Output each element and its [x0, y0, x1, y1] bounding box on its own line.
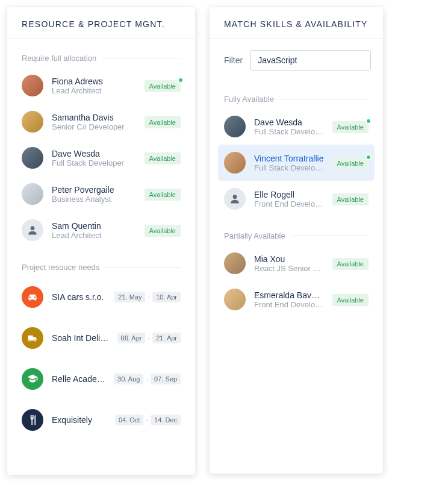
project-row[interactable]: Exquisitely 04. Oct - 14. Dec [22, 399, 181, 440]
status-badge: Available [145, 225, 181, 237]
person-row[interactable]: Sam Quentin Lead Architect Available [22, 212, 181, 248]
status-badge-wrap: Available [145, 189, 181, 199]
date-separator: - [148, 293, 150, 301]
status-badge-wrap: Available [145, 152, 181, 163]
person-role: Senior C# Developer [52, 122, 136, 131]
status-dot-icon [366, 154, 372, 160]
filter-row: Filter [210, 39, 383, 80]
avatar [224, 116, 246, 137]
avatar [224, 152, 246, 174]
person-row[interactable]: Peter Povergaile Business Analyst Availa… [22, 176, 181, 212]
panel-header: MATCH SKILLS & AVAILABILITY [210, 7, 383, 39]
person-name: Fiona Adrews [52, 77, 136, 86]
section-label-partial: Partially Available [224, 231, 369, 240]
section-label-allocation: Require full allocation [22, 54, 181, 63]
person-row[interactable]: Dave Wesda Full Stack Developer Availabl… [22, 140, 181, 176]
person-row[interactable]: Fiona Adrews Lead Architect Available [22, 67, 181, 104]
status-badge-wrap: Available [145, 80, 181, 91]
person-row[interactable]: Mia Xou React JS Senior Devel... Availab… [224, 245, 369, 281]
person-info: Fiona Adrews Lead Architect [52, 77, 136, 95]
status-badge: Available [145, 116, 181, 128]
status-badge: Available [332, 121, 369, 133]
status-badge: Available [332, 157, 369, 169]
date-end: 07. Sep [151, 374, 181, 384]
person-role: Front End Developer [254, 199, 324, 208]
person-name: Sam Quentin [52, 221, 136, 231]
avatar [22, 147, 43, 169]
avatar [224, 252, 246, 274]
panel-header: RESOURCE & PROJECT MGNT. [7, 7, 195, 39]
person-name: Dave Wesda [52, 149, 136, 158]
date-end: 14. Dec [151, 415, 181, 425]
full-available-list: Dave Wesda Full Stack Developer Availabl… [210, 108, 383, 217]
car-icon [22, 286, 43, 308]
date-start: 06. Apr [117, 333, 146, 343]
person-info: Sam Quentin Lead Architect [52, 221, 136, 240]
person-role: Front End Developer [254, 300, 324, 309]
svg-point-1 [233, 195, 237, 199]
person-info: Elle Rogell Front End Developer [254, 190, 324, 208]
section-label-full: Fully Available [224, 95, 369, 104]
avatar [22, 219, 43, 241]
avatar [22, 183, 43, 205]
filter-label: Filter [224, 55, 243, 65]
person-row[interactable]: Esmeralda Bavskaris Front End Developer … [224, 281, 369, 318]
project-dates: 21. May - 10. Apr [114, 292, 181, 302]
project-name: Exquisitely [52, 415, 107, 425]
date-separator: - [146, 375, 148, 383]
person-info: Dave Wesda Full Stack Developer [52, 149, 136, 167]
person-role: Full Stack Developer [52, 158, 136, 167]
project-row[interactable]: Relle Academy 30. Aug - 07. Sep [22, 358, 181, 399]
person-name: Elle Rogell [254, 190, 324, 199]
status-badge-wrap: Available [332, 193, 369, 204]
person-info: Dave Wesda Full Stack Developer [254, 117, 324, 136]
panel-title: RESOURCE & PROJECT MGNT. [22, 19, 181, 29]
project-name: SIA cars s.r.o. [52, 292, 106, 302]
panel-body: Require full allocation Fiona Adrews Lea… [7, 39, 195, 475]
person-name: Esmeralda Bavskaris [254, 290, 324, 300]
project-name: Relle Academy [52, 374, 105, 384]
status-badge-wrap: Available [332, 157, 369, 168]
project-row[interactable]: Soah Int Deliveries 06. Apr - 21. Apr [22, 318, 181, 358]
academy-icon [22, 368, 43, 390]
person-info: Vincent Torratrallie Full Stack Develope… [254, 154, 324, 172]
date-end: 10. Apr [152, 292, 181, 302]
person-row-selected[interactable]: Vincent Torratrallie Full Stack Develope… [218, 145, 375, 181]
person-icon [229, 193, 241, 205]
avatar [22, 111, 43, 133]
person-row[interactable]: Samantha Davis Senior C# Developer Avail… [22, 104, 181, 140]
date-separator: - [146, 416, 148, 424]
project-row[interactable]: SIA cars s.r.o. 21. May - 10. Apr [22, 277, 181, 318]
match-skills-panel: MATCH SKILLS & AVAILABILITY Filter Fully… [210, 7, 383, 474]
panel-title: MATCH SKILLS & AVAILABILITY [224, 19, 369, 29]
project-dates: 06. Apr - 21. Apr [117, 333, 181, 343]
project-dates: 04. Oct - 14. Dec [115, 415, 181, 425]
svg-point-0 [31, 226, 35, 230]
filter-input[interactable] [250, 50, 371, 70]
person-role: React JS Senior Devel... [254, 264, 324, 273]
delivery-icon [22, 327, 43, 349]
status-badge: Available [332, 294, 369, 306]
person-name: Samantha Davis [52, 113, 136, 122]
status-dot-icon [178, 77, 184, 83]
status-badge-wrap: Available [332, 121, 369, 132]
person-role: Lead Architect [52, 231, 136, 240]
person-name: Peter Povergaile [52, 185, 136, 195]
person-role: Business Analyst [52, 195, 136, 204]
avatar [22, 75, 43, 96]
person-info: Mia Xou React JS Senior Devel... [254, 254, 324, 273]
person-name: Dave Wesda [254, 117, 324, 127]
person-row[interactable]: Elle Rogell Front End Developer Availabl… [224, 181, 369, 217]
date-start: 30. Aug [114, 374, 143, 384]
person-name: Vincent Torratrallie [254, 154, 324, 163]
person-info: Esmeralda Bavskaris Front End Developer [254, 290, 324, 309]
section-label-projects: Project resouce needs [22, 263, 181, 272]
status-badge-wrap: Available [145, 116, 181, 127]
person-info: Peter Povergaile Business Analyst [52, 185, 136, 204]
avatar [224, 188, 246, 210]
person-icon [26, 224, 39, 236]
project-name: Soah Int Deliveries [52, 333, 109, 343]
person-role: Full Stack Developer [254, 127, 324, 136]
person-row[interactable]: Dave Wesda Full Stack Developer Availabl… [224, 108, 369, 145]
date-end: 21. Apr [152, 333, 181, 343]
